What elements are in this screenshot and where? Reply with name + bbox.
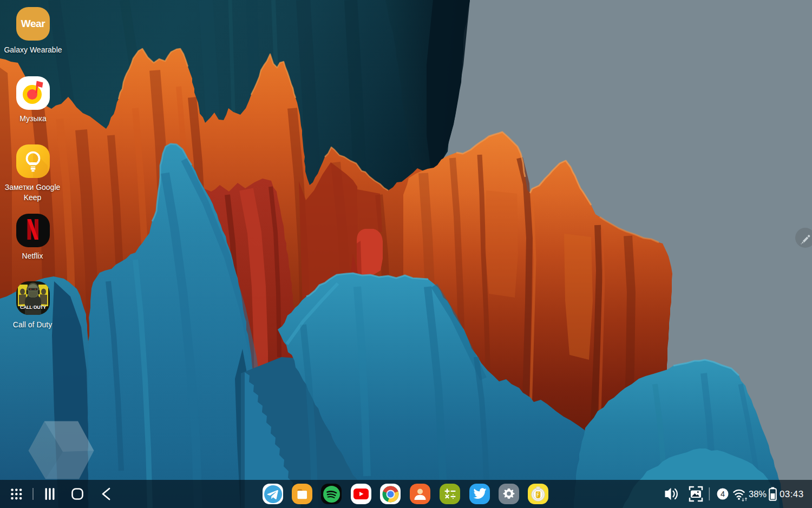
svg-text:4: 4 bbox=[721, 490, 725, 498]
svg-text:38%: 38% bbox=[749, 489, 767, 499]
svg-text:03:43: 03:43 bbox=[780, 489, 804, 499]
